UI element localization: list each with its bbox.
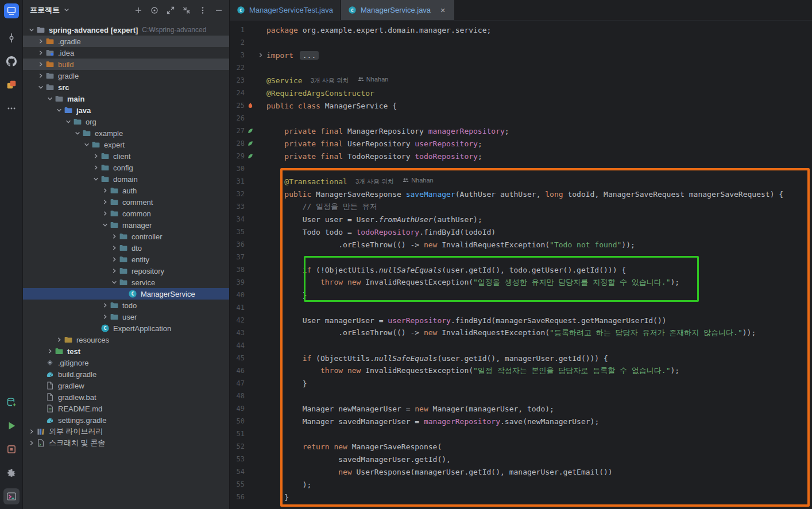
more-icon[interactable]: [3, 100, 20, 116]
run-icon[interactable]: [3, 418, 20, 434]
chevron-right-icon[interactable]: [54, 335, 64, 344]
tree-item-gradlew.bat[interactable]: gradlew.bat: [23, 391, 229, 403]
tree-item-service[interactable]: service: [23, 277, 229, 288]
line-number[interactable]: 40: [230, 291, 245, 299]
expand-icon[interactable]: [166, 6, 175, 15]
line-number[interactable]: 32: [230, 190, 245, 198]
chevron-right-icon[interactable]: [26, 438, 36, 448]
chevron-right-icon[interactable]: [100, 312, 110, 321]
line-number[interactable]: 52: [230, 442, 245, 450]
line-number[interactable]: 54: [230, 468, 245, 476]
chevron-right-icon[interactable]: [36, 37, 45, 46]
tree-item-readme.md[interactable]: README.md: [23, 403, 229, 414]
line-number[interactable]: 45: [230, 354, 245, 362]
editor[interactable]: 1package org.example.expert.domain.manag…: [230, 21, 812, 509]
author-inlay[interactable]: Nhahan: [357, 76, 389, 83]
kebab-icon[interactable]: [198, 6, 207, 15]
line-number[interactable]: 28: [230, 139, 245, 147]
app-logo-icon[interactable]: [3, 3, 20, 19]
chevron-right-icon[interactable]: [45, 347, 55, 356]
line-number[interactable]: 50: [230, 417, 245, 425]
line-number[interactable]: 22: [230, 64, 245, 72]
chevron-right-icon[interactable]: [100, 186, 110, 195]
bean-gutter-icon[interactable]: [245, 150, 256, 162]
settings-icon[interactable]: [3, 465, 20, 481]
terminal-icon[interactable]: [3, 488, 20, 504]
tree-item-entity[interactable]: entity: [23, 254, 229, 265]
tree-item-expert[interactable]: expert: [23, 139, 229, 150]
plus-icon[interactable]: [134, 6, 143, 15]
line-number[interactable]: 1: [230, 26, 245, 34]
tree-item-gradlew[interactable]: gradlew: [23, 380, 229, 391]
line-number[interactable]: 53: [230, 455, 245, 463]
line-number[interactable]: 48: [230, 392, 245, 400]
line-number[interactable]: 31: [230, 177, 245, 185]
services-icon[interactable]: [3, 77, 20, 93]
chevron-right-icon[interactable]: [26, 427, 36, 436]
line-number[interactable]: 23: [230, 76, 245, 84]
chevron-down-icon[interactable]: [82, 140, 91, 149]
artifact-icon[interactable]: [3, 441, 20, 457]
line-number[interactable]: 56: [230, 493, 245, 501]
line-number[interactable]: 38: [230, 266, 245, 274]
line-number[interactable]: 30: [230, 165, 245, 173]
tree-item-java[interactable]: java: [23, 104, 229, 116]
tree-item-repository[interactable]: repository: [23, 265, 229, 277]
classmark-gutter-icon[interactable]: [245, 99, 256, 112]
tab-managerservicetest.java[interactable]: CManagerServiceTest.java: [230, 0, 341, 20]
tree-item-controller[interactable]: controller: [23, 231, 229, 242]
tree-item-gradle[interactable]: gradle: [23, 70, 229, 81]
hide-icon[interactable]: [214, 6, 223, 15]
database-add-icon[interactable]: [3, 394, 20, 410]
github-icon[interactable]: [3, 53, 20, 69]
usages-inlay[interactable]: 3개 사용 위치: [355, 177, 394, 186]
chevron-right-icon[interactable]: [109, 232, 119, 241]
line-number[interactable]: 34: [230, 215, 245, 223]
tree-item-org[interactable]: org: [23, 116, 229, 127]
tree-item-settings.gradle[interactable]: settings.gradle: [23, 414, 229, 426]
tree-item-item[interactable]: 스크래치 및 콘솔: [23, 437, 229, 449]
chevron-right-icon[interactable]: [36, 71, 45, 80]
chevron-down-icon[interactable]: [91, 174, 100, 184]
tree-item-domain[interactable]: domain: [23, 173, 229, 185]
line-number[interactable]: 47: [230, 379, 245, 387]
author-inlay[interactable]: Nhahan: [402, 177, 434, 184]
chevron-down-icon[interactable]: [54, 106, 64, 115]
line-number[interactable]: 44: [230, 341, 245, 349]
chevron-down-icon[interactable]: [109, 278, 119, 287]
chevron-down-icon[interactable]: [45, 94, 55, 103]
chevron-down-icon[interactable]: [63, 117, 73, 126]
tree-item-managerservice[interactable]: CManagerService: [23, 288, 229, 300]
tree-item-.idea[interactable]: .idea: [23, 47, 229, 59]
usages-inlay[interactable]: 3개 사용 위치: [311, 76, 349, 85]
bean-gutter-icon[interactable]: [245, 137, 256, 150]
tree-item-build[interactable]: build: [23, 59, 229, 70]
chevron-right-icon[interactable]: [36, 48, 45, 57]
tree-item-todo[interactable]: todo: [23, 300, 229, 311]
line-number[interactable]: 43: [230, 329, 245, 337]
chevron-right-icon[interactable]: [109, 266, 119, 275]
line-number[interactable]: 29: [230, 152, 245, 160]
tree-item-user[interactable]: user: [23, 311, 229, 323]
tree-item-resources[interactable]: resources: [23, 334, 229, 345]
line-number[interactable]: 33: [230, 203, 245, 211]
tree-item-main[interactable]: main: [23, 93, 229, 104]
tree-item-client[interactable]: client: [23, 150, 229, 162]
tree-item-build.gradle[interactable]: build.gradle: [23, 368, 229, 380]
line-number[interactable]: 37: [230, 253, 245, 261]
line-number[interactable]: 39: [230, 278, 245, 286]
chevron-right-icon[interactable]: [100, 301, 110, 310]
line-number[interactable]: 27: [230, 127, 245, 135]
tree-item-.gitignore[interactable]: .gitignore: [23, 357, 229, 368]
chevron-down-icon[interactable]: [72, 129, 82, 138]
fold-chevron-icon[interactable]: [256, 49, 265, 61]
tree-item-spring-advanced-expert[interactable]: spring-advanced [expert]C:₩spring-advanc…: [23, 24, 229, 36]
tree-item-.gradle[interactable]: .gradle: [23, 36, 229, 47]
line-number[interactable]: 26: [230, 114, 245, 122]
tree-item-config[interactable]: config: [23, 162, 229, 173]
chevron-right-icon[interactable]: [109, 255, 119, 264]
tree-item-dto[interactable]: dto: [23, 242, 229, 254]
tree-item-src[interactable]: src: [23, 81, 229, 93]
chevron-right-icon[interactable]: [100, 209, 110, 218]
line-number[interactable]: 3: [230, 51, 245, 59]
